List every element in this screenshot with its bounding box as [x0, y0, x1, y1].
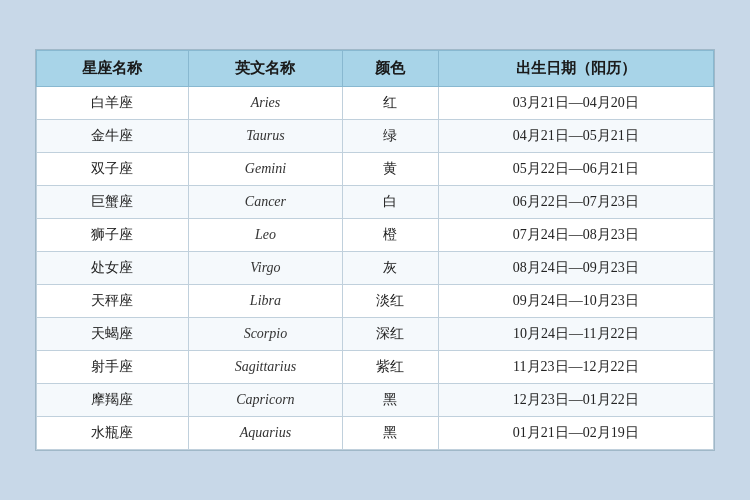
cell-chinese-name: 白羊座 — [37, 87, 189, 120]
cell-color: 白 — [343, 186, 439, 219]
cell-dates: 10月24日—11月22日 — [438, 318, 713, 351]
cell-color: 橙 — [343, 219, 439, 252]
cell-color: 灰 — [343, 252, 439, 285]
cell-chinese-name: 巨蟹座 — [37, 186, 189, 219]
cell-dates: 06月22日—07月23日 — [438, 186, 713, 219]
cell-english-name: Capricorn — [188, 384, 342, 417]
table-row: 天秤座Libra淡红09月24日—10月23日 — [37, 285, 714, 318]
cell-dates: 11月23日—12月22日 — [438, 351, 713, 384]
cell-chinese-name: 水瓶座 — [37, 417, 189, 450]
cell-english-name: Scorpio — [188, 318, 342, 351]
table-row: 巨蟹座Cancer白06月22日—07月23日 — [37, 186, 714, 219]
table-body: 白羊座Aries红03月21日—04月20日金牛座Taurus绿04月21日—0… — [37, 87, 714, 450]
zodiac-table-container: 星座名称 英文名称 颜色 出生日期（阳历） 白羊座Aries红03月21日—04… — [35, 49, 715, 451]
zodiac-table: 星座名称 英文名称 颜色 出生日期（阳历） 白羊座Aries红03月21日—04… — [36, 50, 714, 450]
table-row: 处女座Virgo灰08月24日—09月23日 — [37, 252, 714, 285]
table-row: 天蝎座Scorpio深红10月24日—11月22日 — [37, 318, 714, 351]
cell-english-name: Taurus — [188, 120, 342, 153]
header-dates: 出生日期（阳历） — [438, 51, 713, 87]
table-header-row: 星座名称 英文名称 颜色 出生日期（阳历） — [37, 51, 714, 87]
cell-color: 黄 — [343, 153, 439, 186]
cell-english-name: Cancer — [188, 186, 342, 219]
table-row: 摩羯座Capricorn黑12月23日—01月22日 — [37, 384, 714, 417]
cell-color: 绿 — [343, 120, 439, 153]
table-row: 双子座Gemini黄05月22日—06月21日 — [37, 153, 714, 186]
cell-chinese-name: 双子座 — [37, 153, 189, 186]
cell-chinese-name: 金牛座 — [37, 120, 189, 153]
cell-english-name: Libra — [188, 285, 342, 318]
header-chinese-name: 星座名称 — [37, 51, 189, 87]
cell-english-name: Gemini — [188, 153, 342, 186]
cell-dates: 01月21日—02月19日 — [438, 417, 713, 450]
cell-color: 黑 — [343, 417, 439, 450]
cell-chinese-name: 天秤座 — [37, 285, 189, 318]
cell-chinese-name: 处女座 — [37, 252, 189, 285]
cell-dates: 07月24日—08月23日 — [438, 219, 713, 252]
cell-english-name: Sagittarius — [188, 351, 342, 384]
cell-color: 黑 — [343, 384, 439, 417]
table-row: 金牛座Taurus绿04月21日—05月21日 — [37, 120, 714, 153]
table-row: 射手座Sagittarius紫红11月23日—12月22日 — [37, 351, 714, 384]
cell-dates: 08月24日—09月23日 — [438, 252, 713, 285]
cell-dates: 05月22日—06月21日 — [438, 153, 713, 186]
cell-color: 深红 — [343, 318, 439, 351]
cell-chinese-name: 狮子座 — [37, 219, 189, 252]
cell-chinese-name: 摩羯座 — [37, 384, 189, 417]
cell-dates: 04月21日—05月21日 — [438, 120, 713, 153]
cell-english-name: Aquarius — [188, 417, 342, 450]
table-row: 水瓶座Aquarius黑01月21日—02月19日 — [37, 417, 714, 450]
cell-color: 红 — [343, 87, 439, 120]
cell-dates: 09月24日—10月23日 — [438, 285, 713, 318]
cell-chinese-name: 射手座 — [37, 351, 189, 384]
cell-color: 淡红 — [343, 285, 439, 318]
cell-dates: 12月23日—01月22日 — [438, 384, 713, 417]
header-color: 颜色 — [343, 51, 439, 87]
cell-chinese-name: 天蝎座 — [37, 318, 189, 351]
table-row: 白羊座Aries红03月21日—04月20日 — [37, 87, 714, 120]
table-row: 狮子座Leo橙07月24日—08月23日 — [37, 219, 714, 252]
cell-english-name: Leo — [188, 219, 342, 252]
header-english-name: 英文名称 — [188, 51, 342, 87]
cell-dates: 03月21日—04月20日 — [438, 87, 713, 120]
cell-color: 紫红 — [343, 351, 439, 384]
cell-english-name: Virgo — [188, 252, 342, 285]
cell-english-name: Aries — [188, 87, 342, 120]
